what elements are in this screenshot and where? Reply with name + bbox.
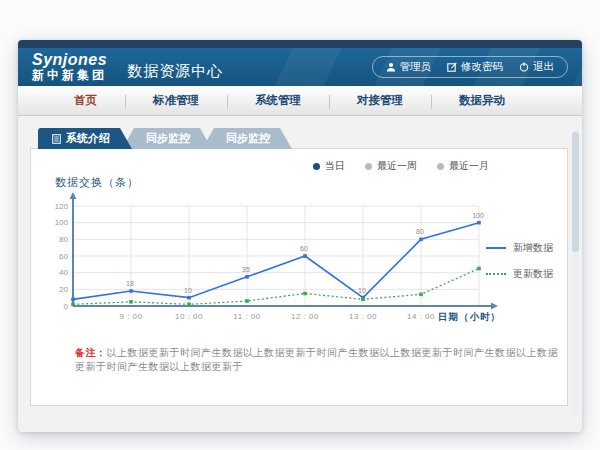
blue-line-swatch [486, 247, 506, 249]
app-window: Synjones 新中新集团 数据资源中心 管理员 修改密码 退出 [18, 40, 582, 432]
svg-text:10 : 00: 10 : 00 [175, 312, 203, 321]
svg-text:60: 60 [59, 252, 68, 261]
change-password-button[interactable]: 修改密码 [447, 60, 503, 74]
time-range-filters: 当日 最近一周 最近一月 [313, 159, 489, 173]
legend-label: 新增数据 [513, 241, 553, 255]
svg-text:40: 40 [59, 268, 68, 277]
power-icon [519, 62, 529, 72]
nav-item-home[interactable]: 首页 [46, 93, 125, 108]
svg-text:100: 100 [472, 212, 484, 219]
nav-item-standard-mgmt[interactable]: 标准管理 [125, 93, 227, 108]
nav-item-integration-mgmt[interactable]: 对接管理 [329, 93, 431, 108]
footnote-text: 以上数据更新于时间产生数据以上数据更新于时间产生数据以上数据更新于时间产生数据以… [75, 347, 558, 372]
svg-text:100: 100 [55, 218, 69, 227]
logout-button[interactable]: 退出 [519, 60, 554, 74]
tab-label: 同步监控 [226, 128, 270, 149]
tab-label: 同步监控 [146, 128, 190, 149]
page-title: 数据资源中心 [127, 62, 223, 81]
logo-cn-text: 新中新集团 [32, 69, 107, 82]
radio-selected-icon [313, 163, 320, 170]
nav-item-system-mgmt[interactable]: 系统管理 [227, 93, 329, 108]
main-nav: 首页 标准管理 系统管理 对接管理 数据异动 [18, 86, 582, 116]
svg-text:10: 10 [358, 287, 366, 294]
vertical-scrollbar[interactable] [572, 130, 579, 415]
svg-text:80: 80 [416, 228, 424, 235]
change-password-label: 修改密码 [461, 60, 503, 74]
svg-text:9 : 00: 9 : 00 [119, 312, 142, 321]
document-icon [52, 134, 61, 144]
logo-en-text: Synjones [32, 52, 107, 69]
current-user[interactable]: 管理员 [386, 60, 432, 74]
filter-label: 最近一月 [449, 159, 489, 173]
user-toolbar: 管理员 修改密码 退出 [372, 56, 569, 78]
current-user-label: 管理员 [400, 60, 432, 74]
content-area: 系统介绍 同步监控 同步监控 当日 最近一周 [18, 116, 582, 431]
chart-legend: 新增数据 更新数据 [486, 241, 553, 293]
tab-system-intro[interactable]: 系统介绍 [38, 128, 132, 149]
tab-sync-monitor-1[interactable]: 同步监控 [122, 128, 212, 149]
radio-icon [365, 163, 372, 170]
svg-text:35: 35 [242, 266, 250, 273]
svg-text:10: 10 [184, 287, 192, 294]
scrollbar-thumb[interactable] [572, 132, 579, 252]
radio-icon [437, 163, 444, 170]
svg-text:11 : 00: 11 : 00 [233, 312, 260, 321]
line-chart: 0204060801001209 : 0010 : 0011 : 0012 : … [43, 192, 505, 330]
legend-item-updated-data[interactable]: 更新数据 [486, 267, 553, 281]
svg-text:0: 0 [64, 302, 69, 311]
svg-text:80: 80 [59, 235, 68, 244]
svg-text:日期（小时）: 日期（小时） [438, 311, 501, 323]
svg-text:14 : 00: 14 : 00 [407, 312, 435, 321]
svg-text:20: 20 [59, 285, 68, 294]
filter-label: 最近一周 [377, 159, 417, 173]
tab-bar: 系统介绍 同步监控 同步监控 [38, 128, 568, 149]
edit-icon [447, 62, 457, 72]
nav-item-data-changes[interactable]: 数据异动 [431, 93, 533, 108]
legend-item-new-data[interactable]: 新增数据 [486, 241, 553, 255]
tab-sync-monitor-2[interactable]: 同步监控 [202, 128, 292, 149]
tab-label: 系统介绍 [66, 128, 110, 149]
green-dotted-swatch [486, 273, 506, 275]
user-icon [386, 62, 396, 72]
svg-text:13 : 00: 13 : 00 [349, 312, 377, 321]
app-header: Synjones 新中新集团 数据资源中心 管理员 修改密码 退出 [18, 48, 582, 86]
filter-today[interactable]: 当日 [313, 159, 345, 173]
company-logo: Synjones 新中新集团 [32, 52, 107, 81]
svg-text:120: 120 [55, 202, 69, 211]
y-axis-title: 数据交换（条） [55, 175, 567, 190]
footnote-label: 备注： [75, 347, 107, 358]
filter-last-week[interactable]: 最近一周 [365, 159, 417, 173]
legend-label: 更新数据 [513, 267, 553, 281]
footnote: 备注：以上数据更新于时间产生数据以上数据更新于时间产生数据以上数据更新于时间产生… [75, 346, 567, 374]
svg-text:60: 60 [300, 245, 308, 252]
svg-text:12 : 00: 12 : 00 [291, 312, 319, 321]
logout-label: 退出 [533, 60, 554, 74]
filter-label: 当日 [325, 159, 345, 173]
chart-panel: 当日 最近一周 最近一月 数据交换（条） 0204060801001209 : … [30, 148, 568, 406]
svg-text:18: 18 [126, 280, 134, 287]
filter-last-month[interactable]: 最近一月 [437, 159, 489, 173]
window-top-strip [18, 40, 582, 48]
